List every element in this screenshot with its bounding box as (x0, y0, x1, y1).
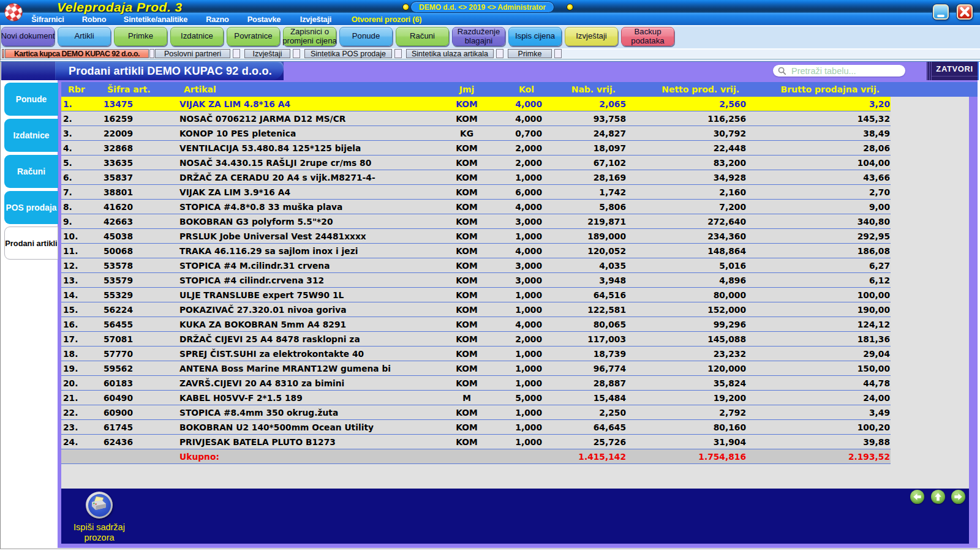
print-window-button[interactable] (86, 492, 113, 519)
table-row-7[interactable]: 7.38801VIJAK ZA LIM 3.9*16 A4KOM6,0001,7… (61, 185, 891, 200)
table-row-2[interactable]: 2.16259NOSAČ 0706212 JARMA D12 MS/CRKOM4… (61, 111, 891, 126)
session-dot-left-icon (402, 4, 409, 10)
cell: 34,928 (628, 170, 748, 184)
table-total-row[interactable]: Ukupno:1.415,1421.754,8162.193,52 (61, 449, 891, 464)
cell: 60183 (101, 376, 178, 390)
table-row-4[interactable]: 4.32868VENTILACIJA 53.480.84 125*125 bij… (61, 141, 891, 156)
toolbar-button-primke[interactable]: Primke (114, 27, 167, 46)
table-row-20[interactable]: 20.60183ZAVRŠ.CIJEVI 20 A4 8310 za bimin… (61, 376, 891, 391)
menu-item-sifrarnici[interactable]: Šifrarnici (31, 13, 65, 25)
document-tab-poslovni-partneri[interactable]: Poslovni partneri (155, 49, 230, 58)
cell: 64,516 (545, 288, 628, 302)
table-row-9[interactable]: 9.42663BOKOBRAN G3 polyform 5.5"*20KOM3,… (61, 214, 891, 229)
table-row-5[interactable]: 5.33635NOSAČ 34.430.15 RAŠLJI 2rupe cr/m… (61, 156, 891, 170)
cell: PRSLUK Jobe Universal Vest 24481xxxx (178, 229, 454, 243)
column-header-nab-vrij[interactable]: Nab. vrij. (571, 82, 616, 97)
cell: 1,000 (479, 347, 545, 361)
cell: 15. (61, 302, 101, 317)
cell: STOPICA #4 cilindr.crvena 312 (178, 273, 454, 287)
column-header-artikal[interactable]: Artikal (184, 82, 216, 97)
toolbar-button-izdatnice[interactable]: Izdatnice (170, 27, 224, 46)
nav-next-button[interactable] (951, 490, 965, 504)
close-panel-button[interactable]: ZATVORI (927, 62, 978, 80)
cell: 53579 (101, 273, 178, 287)
table-row-13[interactable]: 13.53579STOPICA #4 cilindr.crvena 312KOM… (61, 273, 891, 288)
toolbar-button-backup-podataka[interactable]: Backuppodataka (621, 27, 674, 46)
document-tab-izvjestaji[interactable]: Izvještaji (244, 49, 290, 58)
cell: 28,169 (545, 170, 628, 184)
sidebar-tab-izdatnice[interactable]: Izdatnice (4, 119, 58, 152)
table-row-24[interactable]: 24.62436PRIVJESAK BATELA PLUTO B1273KOM1… (61, 435, 891, 449)
zatvori-right-edge (978, 62, 979, 80)
zatvori-grooves (927, 62, 932, 80)
table-row-19[interactable]: 19.59562ANTENA Boss Marine MRANT12W gume… (61, 361, 891, 376)
table-row-8[interactable]: 8.41620STOPICA #4.8*0.8 33 muška plavaKO… (61, 200, 891, 214)
minimize-button[interactable] (933, 4, 949, 20)
nav-prev-button[interactable] (910, 490, 924, 504)
table-row-1[interactable]: 1.13475VIJAK ZA LIM 4.8*16 A4KOM4,0002,0… (61, 97, 891, 111)
cell: 1,000 (479, 361, 545, 375)
column-header-sifra-art[interactable]: Šifra art. (107, 82, 151, 97)
cell: 4,000 (479, 244, 545, 258)
sidebar-tab-racuni[interactable]: Računi (4, 155, 58, 188)
search-input[interactable] (791, 66, 895, 76)
menu-item-otvoreni-prozori-6[interactable]: Otvoreni prozori (6) (353, 13, 420, 25)
document-tab-sintetika-ulaza-artikala[interactable]: Sintetika ulaza artikala (406, 49, 494, 58)
table-row-10[interactable]: 10.45038PRSLUK Jobe Universal Vest 24481… (61, 229, 891, 244)
toolbar-button-povratnice[interactable]: Povratnice (227, 27, 280, 46)
toolbar-button-izvjestaji[interactable]: Izvještaji (565, 27, 618, 46)
toolbar-button-artikli[interactable]: Artikli (58, 27, 111, 46)
cell: KOM (454, 111, 479, 126)
cell: STOPICA #8.4mm 350 okrug.žuta (178, 405, 454, 419)
cell: TRAKA 46.116.29 sa sajlom inox i jezi (178, 244, 454, 258)
menu-item-sintetike-analitike[interactable]: Sintetike/analitike (125, 13, 186, 25)
table-row-17[interactable]: 17.57081DRŽAČ CIJEVI 25 A4 8478 rasklopn… (61, 332, 891, 347)
column-header-netto-prod-vrij[interactable]: Netto prod. vrij. (662, 82, 739, 97)
menu-item-robno[interactable]: Robno (83, 13, 105, 25)
table-row-16[interactable]: 16.56455KUKA ZA BOKOBRAN 5mm A4 8291KOM4… (61, 317, 891, 332)
table-row-14[interactable]: 14.55329ULJE TRANSLUBE expert 75W90 1LKO… (61, 288, 891, 302)
cell: 3. (61, 126, 101, 140)
table-row-6[interactable]: 6.35837DRŽAČ ZA CERADU 20 A4 s vijk.M827… (61, 170, 891, 185)
toolbar-button-zapisnici-o-promjeni-cijena[interactable]: Zapisnici opromjeni cijena (283, 27, 336, 46)
table-row-15[interactable]: 15.56224POKAZIVAČ 27.320.01 nivoa goriva… (61, 302, 891, 317)
document-tab-kartica-kupca-demo-kupac-92-d-o-o[interactable]: Kartica kupca DEMO KUPAC 92 d.o.o. (5, 49, 149, 58)
table-row-3[interactable]: 3.22009KONOP 10 PES pletenicaKG0,70024,8… (61, 126, 891, 141)
close-button[interactable] (957, 4, 973, 20)
table-search[interactable] (773, 65, 905, 77)
column-header-kol[interactable]: Kol (519, 82, 534, 97)
column-header-rbr[interactable]: Rbr (68, 82, 85, 97)
cell: 7,200 (628, 200, 748, 214)
cell: 18,739 (545, 347, 628, 361)
tab-sliver-1 (149, 49, 154, 58)
table-row-11[interactable]: 11.50068TRAKA 46.116.29 sa sajlom inox i… (61, 244, 891, 258)
cell: 16. (61, 317, 101, 331)
toolbar-button-racuni[interactable]: Računi (396, 27, 449, 46)
cell: 2,000 (479, 332, 545, 346)
table-row-21[interactable]: 21.60490KABEL H05VV-F 2*1.5 189M5,00015,… (61, 391, 891, 405)
menu-item-postavke[interactable]: Postavke (247, 13, 281, 25)
nav-up-button[interactable] (931, 490, 945, 504)
table-row-12[interactable]: 12.53578STOPICA #4 M.cilindr.31 crvenaKO… (61, 258, 891, 273)
document-tab-primke[interactable]: Primke (508, 49, 552, 58)
menu-item-izvjestaji[interactable]: Izvještaji (298, 13, 333, 25)
sidebar-tab-ponude[interactable]: Ponude (4, 83, 58, 116)
toolbar-button-ispis-cijena[interactable]: Ispis cijena (508, 27, 562, 46)
table-row-23[interactable]: 23.61745BOKOBRAN U2 140*500mm Ocean Util… (61, 420, 891, 435)
column-header-brutto-prodajna-vrij[interactable]: Brutto prodajna vrij. (781, 82, 880, 97)
sidebar-tab-prodani-artikli[interactable]: Prodani artikli (4, 227, 58, 260)
menu-item-razno[interactable]: Razno (206, 13, 229, 25)
toolbar-button-ponude[interactable]: Ponude (339, 27, 393, 46)
sidebar-tab-pos-prodaja[interactable]: POS prodaja (4, 191, 58, 224)
toolbar-button-razduzenje-blagajni[interactable]: Razduženjeblagajni (452, 27, 505, 46)
document-tab-sintetika-pos-prodaje[interactable]: Sintetika POS prodaje (304, 49, 392, 58)
cell: KOM (454, 229, 479, 243)
cell: 3,000 (479, 214, 545, 228)
cell: 60490 (101, 391, 178, 405)
table-row-22[interactable]: 22.60900STOPICA #8.4mm 350 okrug.žutaKOM… (61, 405, 891, 420)
toolbar-button-novi-dokument[interactable]: Novi dokument (1, 27, 55, 46)
cell: 3,49 (748, 405, 891, 419)
table-row-18[interactable]: 18.57770SPREJ ČIST.SUHI za elektrokontak… (61, 347, 891, 361)
column-header-jmj[interactable]: Jmj (454, 82, 479, 97)
cell: 5,016 (628, 258, 748, 272)
